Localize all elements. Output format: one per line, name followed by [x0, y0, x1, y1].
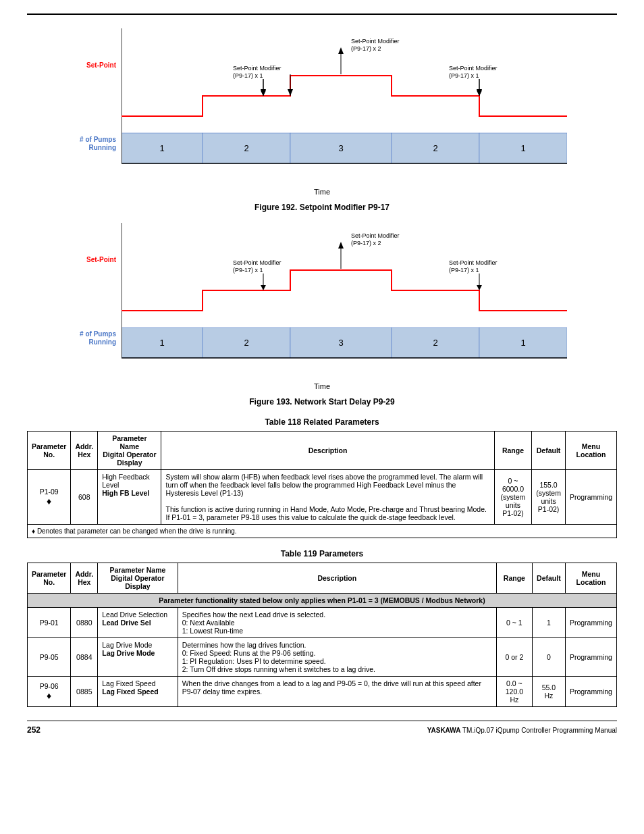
th-param-no: ParameterNo.: [28, 432, 71, 470]
th119-param-name: Parameter NameDigital Operator Display: [98, 563, 178, 594]
svg-text:2: 2: [244, 338, 248, 348]
svg-marker-13: [338, 47, 344, 54]
svg-text:2: 2: [433, 338, 437, 348]
svg-text:1: 1: [159, 143, 164, 153]
p9-05-name: Lag Drive ModeLag Drive Mode: [98, 638, 178, 677]
svg-marker-30: [477, 90, 482, 96]
p9-01-name: Lead Drive SelectionLead Drive Sel: [98, 608, 178, 638]
default-cell: 155.0(systemunitsP1-02): [532, 470, 566, 525]
svg-text:1: 1: [520, 338, 525, 348]
th119-description: Description: [178, 563, 496, 594]
chart-193-svg: 1 2 3 2 1 Set-Point Modifier (P9-17) x 2: [122, 223, 575, 380]
chart-192-svg-element: 1 2 3 2 1: [122, 28, 567, 184]
table-row: P9-01 0880 Lead Drive SelectionLead Driv…: [28, 608, 617, 638]
p9-06-range: 0.0 ~120.0 Hz: [496, 677, 532, 707]
p9-06-no: P9-06♦: [28, 677, 71, 707]
param-no-cell: P1-09♦: [28, 470, 71, 525]
table-118: ParameterNo. Addr.Hex Parameter NameDigi…: [27, 431, 617, 538]
param-name-cell: High Feedback LevelHigh FB Level: [98, 470, 161, 525]
p9-01-menu: Programming: [565, 608, 616, 638]
page-number: 252: [27, 725, 41, 735]
svg-text:Set-Point Modifier: Set-Point Modifier: [233, 65, 281, 72]
svg-marker-17: [288, 89, 293, 96]
svg-text:(P9-17) x 1: (P9-17) x 1: [449, 267, 479, 273]
chart-193-svg-element: 1 2 3 2 1 Set-Point Modifier (P9-17) x 2: [122, 223, 567, 378]
page-footer: 252 YASKAWA TM.iQp.07 iQpump Controller …: [27, 721, 617, 735]
chart-193-setpoint-label: Set-Point: [69, 256, 116, 264]
th-default: Default: [532, 432, 566, 470]
p9-06-menu: Programming: [565, 677, 616, 707]
th-addr-hex: Addr.Hex: [71, 432, 98, 470]
figure-192-container: Set-Point # of PumpsRunning 1 2 3 2: [69, 28, 575, 196]
svg-text:Set-Point Modifier: Set-Point Modifier: [449, 259, 498, 266]
p9-05-no: P9-05: [28, 638, 71, 677]
th119-menu: MenuLocation: [565, 563, 616, 594]
svg-text:(P9-17) x 1: (P9-17) x 1: [233, 72, 263, 79]
svg-text:Set-Point Modifier: Set-Point Modifier: [351, 38, 400, 45]
th-param-name: Parameter NameDigital Operator Display: [98, 432, 161, 470]
chart-192-svg: 1 2 3 2 1: [122, 28, 575, 185]
chart-192-pumps-label: # of PumpsRunning: [69, 136, 116, 152]
p9-05-default: 0: [532, 638, 565, 677]
p9-05-menu: Programming: [565, 638, 616, 677]
th119-default: Default: [532, 563, 565, 594]
note-cell: ♦ Denotes that parameter can be changed …: [28, 525, 617, 538]
chart-193-area: Set-Point # of PumpsRunning 1 2 3 2 1: [69, 223, 575, 380]
table-119-title: Table 119 Parameters: [27, 549, 617, 558]
p9-05-addr: 0884: [71, 638, 98, 677]
range-cell: 0 ~ 6000.0(systemunitsP1-02): [494, 470, 532, 525]
p9-01-addr: 0880: [71, 608, 98, 638]
figure-192-caption: Figure 192. Setpoint Modifier P9-17: [27, 203, 617, 212]
p9-06-default: 55.0 Hz: [532, 677, 565, 707]
svg-text:Set-Point Modifier: Set-Point Modifier: [351, 232, 400, 239]
svg-text:(P9-17) x 1: (P9-17) x 1: [233, 267, 263, 273]
chart-192-y-labels: Set-Point # of PumpsRunning: [69, 28, 116, 185]
th119-param-no: ParameterNo.: [28, 563, 71, 594]
svg-marker-28: [261, 90, 266, 96]
table-row: P1-09♦ 608 High Feedback LevelHigh FB Le…: [28, 470, 617, 525]
svg-text:2: 2: [433, 143, 437, 153]
th-menu: MenuLocation: [565, 432, 616, 470]
description-cell: System will show alarm (HFB) when feedba…: [161, 470, 494, 525]
footer-title: YASKAWA TM.iQp.07 iQpump Controller Prog…: [427, 727, 617, 734]
svg-text:(P9-17) x 1: (P9-17) x 1: [449, 72, 479, 79]
p9-06-desc: When the drive changes from a lead to a …: [178, 677, 496, 707]
p9-06-addr: 0885: [71, 677, 98, 707]
svg-text:Set-Point Modifier: Set-Point Modifier: [233, 259, 281, 266]
chart-193-y-labels: Set-Point # of PumpsRunning: [69, 223, 116, 380]
svg-text:(P9-17) x 2: (P9-17) x 2: [351, 45, 381, 52]
th119-range: Range: [496, 563, 532, 594]
figure-193-container: Set-Point # of PumpsRunning 1 2 3 2 1: [69, 223, 575, 390]
p9-05-desc: Determines how the lag drives function.0…: [178, 638, 496, 677]
svg-text:3: 3: [338, 338, 343, 348]
table-row: P9-05 0884 Lag Drive ModeLag Drive Mode …: [28, 638, 617, 677]
svg-text:Set-Point Modifier: Set-Point Modifier: [449, 65, 498, 72]
svg-text:(P9-17) x 2: (P9-17) x 2: [351, 240, 381, 246]
svg-text:2: 2: [244, 143, 248, 153]
th-range: Range: [494, 432, 532, 470]
th119-addr-hex: Addr.Hex: [71, 563, 98, 594]
table-row: P9-06♦ 0885 Lag Fixed SpeedLag Fixed Spe…: [28, 677, 617, 707]
chart-192-time-label: Time: [314, 188, 330, 196]
svg-text:3: 3: [338, 143, 343, 153]
p9-01-range: 0 ~ 1: [496, 608, 532, 638]
svg-text:1: 1: [159, 338, 164, 348]
svg-marker-54: [477, 285, 482, 290]
p9-01-no: P9-01: [28, 608, 71, 638]
highlight-cell: Parameter functionality stated below onl…: [28, 594, 617, 608]
svg-marker-44: [338, 242, 344, 249]
chart-192-setpoint-label: Set-Point: [69, 61, 116, 70]
top-border: [27, 14, 617, 15]
svg-text:1: 1: [520, 143, 525, 153]
highlight-row: Parameter functionality stated below onl…: [28, 594, 617, 608]
menu-cell: Programming: [565, 470, 616, 525]
chart-193-pumps-label: # of PumpsRunning: [69, 330, 116, 346]
addr-hex-cell: 608: [71, 470, 98, 525]
table-119: ParameterNo. Addr.Hex Parameter NameDigi…: [27, 563, 617, 707]
chart-193-time-label: Time: [314, 382, 330, 390]
chart-192-area: Set-Point # of PumpsRunning 1 2 3 2: [69, 28, 575, 185]
table-118-title: Table 118 Related Parameters: [27, 417, 617, 427]
p9-05-range: 0 or 2: [496, 638, 532, 677]
p9-01-default: 1: [532, 608, 565, 638]
note-row: ♦ Denotes that parameter can be changed …: [28, 525, 617, 538]
